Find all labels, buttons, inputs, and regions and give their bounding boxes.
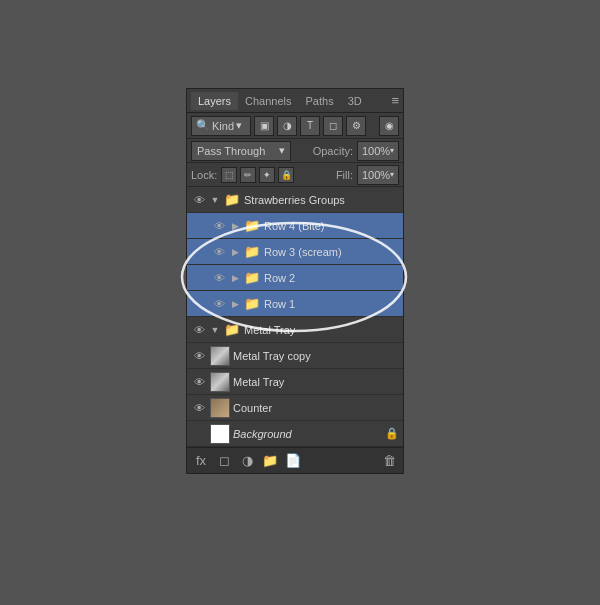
layer-name: Metal Tray copy [233, 350, 399, 362]
visibility-icon[interactable]: 👁 [211, 244, 227, 260]
lock-icons-group: ⬚ ✏ ✦ 🔒 [221, 167, 294, 183]
layer-row[interactable]: 👁 ▼ 📁 Metal Tray [187, 317, 403, 343]
opacity-label: Opacity: [313, 145, 353, 157]
layer-name: Row 2 [264, 272, 399, 284]
layer-name: Metal Tray [233, 376, 399, 388]
folder-icon: 📁 [223, 323, 241, 337]
layer-row[interactable]: 👁 ▼ 📁 Strawberries Groups [187, 187, 403, 213]
blend-arrow-icon: ▾ [279, 144, 285, 157]
layers-list: 👁 ▼ 📁 Strawberries Groups 👁 ▶ 📁 Row 4 (B… [187, 187, 403, 447]
type-filter-icon[interactable]: T [300, 116, 320, 136]
layer-row[interactable]: 👁 Counter [187, 395, 403, 421]
fill-input[interactable]: 100% ▾ [357, 165, 399, 185]
lock-transparent-button[interactable]: ⬚ [221, 167, 237, 183]
layer-name: Background [233, 428, 382, 440]
lock-position-button[interactable]: ✦ [259, 167, 275, 183]
pixel-filter-icon[interactable]: ▣ [254, 116, 274, 136]
bottom-toolbar: fx ◻ ◑ 📁 📄 🗑 [187, 447, 403, 473]
layer-row[interactable]: 👁 ▶ 📁 Row 2 [187, 265, 403, 291]
expand-arrow-icon[interactable]: ▶ [230, 273, 240, 283]
tab-bar: Layers Channels Paths 3D ≡ [187, 89, 403, 113]
tab-paths[interactable]: Paths [299, 92, 341, 110]
layer-row[interactable]: 👁 Background 🔒 [187, 421, 403, 447]
layer-thumbnail [210, 346, 230, 366]
lock-fill-row: Lock: ⬚ ✏ ✦ 🔒 Fill: 100% ▾ [187, 163, 403, 187]
layer-style-icon[interactable]: fx [191, 451, 211, 471]
blend-mode-value: Pass Through [197, 145, 265, 157]
new-fill-adjustment-icon[interactable]: ◑ [237, 451, 257, 471]
filter-toolbar: 🔍 Kind ▾ ▣ ◑ T ◻ ⚙ ◉ [187, 113, 403, 139]
expand-arrow-icon[interactable]: ▶ [230, 221, 240, 231]
new-layer-icon[interactable]: 📄 [283, 451, 303, 471]
search-icon: 🔍 [196, 119, 210, 132]
visibility-icon[interactable]: 👁 [211, 270, 227, 286]
layer-row[interactable]: 👁 ▶ 📁 Row 4 (Bite) [187, 213, 403, 239]
layer-thumbnail [210, 424, 230, 444]
fill-arrow-icon: ▾ [390, 170, 394, 179]
new-group-icon[interactable]: 📁 [260, 451, 280, 471]
expand-arrow-icon[interactable]: ▶ [230, 247, 240, 257]
visibility-icon[interactable]: 👁 [191, 400, 207, 416]
folder-icon: 📁 [243, 271, 261, 285]
lock-pixels-button[interactable]: ✏ [240, 167, 256, 183]
folder-icon: 📁 [243, 219, 261, 233]
add-mask-icon[interactable]: ◻ [214, 451, 234, 471]
folder-icon: 📁 [223, 193, 241, 207]
expand-arrow-icon[interactable]: ▼ [210, 195, 220, 205]
layer-name: Row 3 (scream) [264, 246, 399, 258]
lock-label: Lock: [191, 169, 217, 181]
visibility-icon[interactable]: 👁 [191, 374, 207, 390]
layer-name: Strawberries Groups [244, 194, 399, 206]
opacity-input[interactable]: 100% ▾ [357, 141, 399, 161]
layer-row[interactable]: 👁 Metal Tray [187, 369, 403, 395]
layer-row[interactable]: 👁 ▶ 📁 Row 3 (scream) [187, 239, 403, 265]
layer-name: Row 4 (Bite) [264, 220, 399, 232]
layer-row[interactable]: 👁 Metal Tray copy [187, 343, 403, 369]
tab-3d[interactable]: 3D [341, 92, 369, 110]
visibility-icon[interactable]: 👁 [211, 218, 227, 234]
visibility-icon[interactable]: 👁 [211, 296, 227, 312]
folder-icon: 📁 [243, 297, 261, 311]
fill-label: Fill: [336, 169, 353, 181]
blend-opacity-row: Pass Through ▾ Opacity: 100% ▾ [187, 139, 403, 163]
layer-thumbnail [210, 398, 230, 418]
layer-row[interactable]: 👁 ▶ 📁 Row 1 [187, 291, 403, 317]
adjustment-filter-icon[interactable]: ◑ [277, 116, 297, 136]
smart-filter-icon[interactable]: ⚙ [346, 116, 366, 136]
visibility-icon[interactable]: 👁 [191, 322, 207, 338]
lock-all-button[interactable]: 🔒 [278, 167, 294, 183]
shape-filter-icon[interactable]: ◻ [323, 116, 343, 136]
tab-layers[interactable]: Layers [191, 92, 238, 110]
visibility-icon: 👁 [191, 426, 207, 442]
expand-arrow-icon[interactable]: ▶ [230, 299, 240, 309]
visibility-icon[interactable]: 👁 [191, 192, 207, 208]
layers-panel: Layers Channels Paths 3D ≡ 🔍 Kind ▾ ▣ ◑ … [186, 88, 404, 474]
layer-name: Row 1 [264, 298, 399, 310]
layer-name: Metal Tray [244, 324, 399, 336]
lock-badge-icon: 🔒 [385, 427, 399, 440]
expand-arrow-icon[interactable]: ▼ [210, 325, 220, 335]
layer-thumbnail [210, 372, 230, 392]
folder-icon: 📁 [243, 245, 261, 259]
delete-layer-icon[interactable]: 🗑 [379, 451, 399, 471]
layer-name: Counter [233, 402, 399, 414]
visibility-icon[interactable]: 👁 [191, 348, 207, 364]
blend-mode-select[interactable]: Pass Through ▾ [191, 141, 291, 161]
filter-toggle-icon[interactable]: ◉ [379, 116, 399, 136]
panel-menu-icon[interactable]: ≡ [391, 93, 399, 108]
tab-channels[interactable]: Channels [238, 92, 298, 110]
opacity-arrow-icon: ▾ [390, 146, 394, 155]
kind-arrow-icon: ▾ [236, 119, 242, 132]
kind-select[interactable]: 🔍 Kind ▾ [191, 116, 251, 136]
